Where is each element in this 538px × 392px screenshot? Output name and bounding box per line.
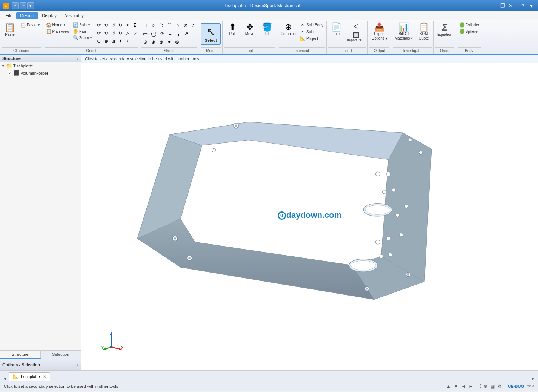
investigate-section-label: Investigate bbox=[393, 47, 432, 53]
cylinder-button[interactable]: 🟢 Cylinder bbox=[458, 22, 481, 28]
tree-root-item[interactable]: ▼ 📁 Tischplatte bbox=[0, 62, 81, 69]
status-right-arrow[interactable]: ► bbox=[469, 384, 473, 389]
sketch-4[interactable]: ⌣ bbox=[166, 30, 174, 38]
orient-tools-row3: ⊙ ⊗ ⊞ ✦ ✧ bbox=[95, 38, 138, 45]
tree-child-item[interactable]: ⬛ Volumenkörper bbox=[0, 69, 81, 77]
orient-tool-15[interactable]: ⊞ bbox=[110, 38, 117, 45]
sketch-8[interactable]: ⊕ bbox=[149, 38, 157, 46]
bom-quote-button[interactable]: 📋 BOMQuote bbox=[415, 22, 432, 42]
insert-arrow-left[interactable]: ◁ bbox=[349, 22, 363, 31]
status-grid-icon[interactable]: ▦ bbox=[490, 384, 495, 389]
move-button[interactable]: ✥ Move bbox=[241, 22, 258, 37]
menu-file[interactable]: File bbox=[2, 12, 16, 19]
status-up-arrow[interactable]: ▲ bbox=[446, 384, 451, 389]
menu-assembly[interactable]: Assembly bbox=[60, 12, 88, 19]
orient-tool-12[interactable]: ▽ bbox=[131, 30, 138, 37]
orient-tool-13[interactable]: ⊙ bbox=[95, 38, 102, 45]
paste-button[interactable]: 📋 Paste bbox=[2, 22, 18, 38]
paste-sub-button[interactable]: 📋 Paste ▾ bbox=[19, 22, 41, 28]
import-pcb-icon: 🔲 bbox=[353, 32, 359, 38]
redo-button[interactable]: ↷ bbox=[20, 2, 26, 9]
orient-tool-2[interactable]: ⟲ bbox=[103, 22, 109, 29]
sketch-section-label: Sketch bbox=[141, 47, 197, 53]
file-label: File bbox=[334, 32, 340, 36]
close-button[interactable]: ✕ bbox=[507, 2, 515, 9]
undo-dropdown[interactable]: ▾ bbox=[27, 2, 34, 9]
orient-tool-5[interactable]: ✕ bbox=[124, 22, 131, 29]
select-button[interactable]: ↖ Select bbox=[201, 23, 220, 45]
sketch-x[interactable]: ✕ bbox=[182, 22, 189, 29]
structure-collapse[interactable]: » bbox=[76, 57, 78, 61]
orient-tool-10[interactable]: ↻ bbox=[117, 30, 124, 37]
orient-tool-3[interactable]: ↺ bbox=[110, 22, 117, 29]
sketch-6[interactable]: ↗ bbox=[182, 30, 190, 38]
menu-display[interactable]: Display bbox=[38, 12, 60, 19]
sketch-5[interactable]: ⟆ bbox=[174, 30, 182, 38]
sphere-button[interactable]: 🟢 Sphere bbox=[458, 28, 481, 34]
file-button[interactable]: 📄 File bbox=[328, 22, 345, 37]
sketch-3[interactable]: ⟳ bbox=[158, 30, 166, 38]
output-section-label: Output bbox=[369, 47, 389, 53]
spin-button[interactable]: 🔄 Spin ▾ bbox=[71, 22, 94, 28]
orient-tool-7[interactable]: ⟳ bbox=[95, 30, 102, 37]
pull-button[interactable]: ⬆ Pull bbox=[224, 22, 241, 37]
sketch-rect2[interactable]: ▭ bbox=[141, 30, 149, 38]
status-left-arrow[interactable]: ◄ bbox=[461, 384, 466, 389]
import-pcb-button[interactable]: 🔲 Import PCB bbox=[346, 31, 366, 43]
sketch-arc2[interactable]: ∩ bbox=[174, 22, 181, 29]
combine-button[interactable]: ⊕ Combine bbox=[279, 22, 298, 37]
orient-tool-8[interactable]: ⟲ bbox=[103, 30, 109, 37]
bill-of-materials-button[interactable]: 📊 Bill OfMaterials ▾ bbox=[393, 22, 415, 42]
sketch-11[interactable]: ⊛ bbox=[173, 38, 181, 46]
split-body-button[interactable]: ✂ Split Body bbox=[298, 22, 325, 28]
svg-point-11 bbox=[351, 261, 376, 270]
sketch-9[interactable]: ⊗ bbox=[157, 38, 165, 46]
svg-point-19 bbox=[387, 237, 390, 240]
export-options-button[interactable]: 📤 ExportOptions ▾ bbox=[369, 22, 389, 42]
tree-checkbox[interactable] bbox=[8, 71, 12, 75]
menu-design[interactable]: Design bbox=[16, 12, 38, 19]
pan-button[interactable]: ✋ Pan bbox=[71, 28, 94, 34]
tab-tischplatte[interactable]: 📐 Tischplatte ✕ bbox=[9, 372, 50, 381]
status-frame-icon[interactable]: ⛶ bbox=[476, 384, 481, 389]
tab-selection[interactable]: Selection bbox=[41, 351, 81, 359]
orient-tool-6[interactable]: Σ bbox=[131, 22, 138, 29]
model-viewport[interactable] bbox=[81, 63, 538, 368]
sketch-sigma[interactable]: Σ bbox=[190, 22, 197, 29]
sketch-clock[interactable]: ⏱ bbox=[157, 22, 165, 29]
help-button[interactable]: ? bbox=[519, 2, 527, 9]
status-settings-icon[interactable]: ⚙ bbox=[498, 384, 502, 389]
sketch-circle[interactable]: ○ bbox=[149, 22, 157, 29]
tab-structure[interactable]: Structure bbox=[0, 351, 41, 359]
home-button[interactable]: 🏠 Home ▾ bbox=[45, 22, 71, 28]
project-button[interactable]: 📐 Project bbox=[298, 35, 325, 41]
fill-button[interactable]: 🪣 Fill bbox=[259, 22, 275, 37]
equation-button[interactable]: Σ Equation bbox=[435, 22, 454, 38]
tab-close-button[interactable]: ✕ bbox=[43, 375, 46, 379]
sketch-10[interactable]: ✦ bbox=[165, 38, 173, 46]
status-plus-icon[interactable]: ⊕ bbox=[484, 384, 487, 389]
orient-tool-4[interactable]: ↻ bbox=[117, 22, 124, 29]
tab-scroll-right[interactable]: ► bbox=[529, 376, 536, 381]
ribbon-minimize[interactable]: ▾ bbox=[527, 2, 535, 9]
options-collapse[interactable]: » bbox=[76, 363, 78, 367]
sketch-rect[interactable]: □ bbox=[141, 22, 149, 29]
orient-tool-16[interactable]: ✦ bbox=[117, 38, 124, 45]
status-down-arrow[interactable]: ▼ bbox=[454, 384, 458, 389]
orient-tool-11[interactable]: △ bbox=[124, 30, 131, 37]
tab-scroll-left[interactable]: ◄ bbox=[2, 376, 9, 381]
orient-tool-1[interactable]: ⟳ bbox=[95, 22, 102, 29]
plan-view-button[interactable]: 📋 Plan View bbox=[45, 28, 71, 34]
orient-tool-9[interactable]: ↺ bbox=[110, 30, 117, 37]
minimize-button[interactable]: — bbox=[490, 2, 498, 9]
sketch-circle2[interactable]: ◯ bbox=[149, 30, 158, 38]
split-button[interactable]: ✂ Split bbox=[298, 29, 325, 35]
undo-button[interactable]: ↶ bbox=[12, 2, 19, 9]
sketch-7[interactable]: ⊙ bbox=[141, 38, 149, 46]
canvas-area[interactable]: 0daydown.com Z X bbox=[81, 63, 538, 368]
restore-button[interactable]: ❐ bbox=[499, 2, 506, 9]
orient-tool-17[interactable]: ✧ bbox=[124, 38, 131, 45]
orient-tool-14[interactable]: ⊗ bbox=[103, 38, 109, 45]
sketch-arc[interactable]: ⌒ bbox=[166, 22, 174, 29]
zoom-button[interactable]: 🔍 Zoom ▾ bbox=[71, 35, 94, 41]
